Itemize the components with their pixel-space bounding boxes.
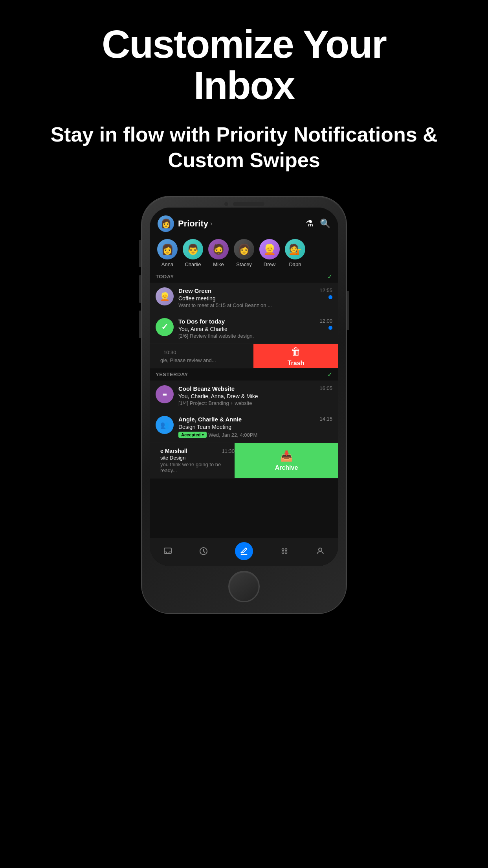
- avatar-daph: 💁: [285, 239, 305, 259]
- nav-compose[interactable]: [235, 542, 253, 560]
- email-content-todos: To Dos for today You, Anna & Charlie [2/…: [178, 318, 316, 339]
- page-title-line2: Inbox: [162, 65, 326, 106]
- email-sender-todos: To Dos for today: [178, 318, 225, 325]
- avatar-drew: 👱: [259, 239, 280, 259]
- header-avatar-face: 👩: [161, 219, 171, 229]
- email-unread-dot-drew: [328, 295, 332, 299]
- badge-chevron-icon: ▾: [202, 433, 204, 437]
- section-today: TODAY ✓: [150, 270, 338, 283]
- archive-icon: 📥: [280, 450, 293, 462]
- email-swiped-archive[interactable]: e Marshall 11:30 site Design you think w…: [150, 443, 338, 478]
- avatar-name-drew: Drew: [264, 261, 275, 267]
- email-swiped-preview: gie, Please review and...: [160, 357, 253, 363]
- header-icons: ⚗ 🔍: [306, 219, 330, 229]
- archive-action-panel: 📥 Archive: [235, 443, 338, 478]
- email-meta-drew: 12:55: [316, 287, 332, 299]
- svg-point-3: [285, 549, 287, 551]
- email-drew-green[interactable]: 👱 Drew Green Coffee meeting Want to meet…: [150, 283, 338, 313]
- avatar-item-anna[interactable]: 👩 Anna: [156, 239, 179, 267]
- svg-point-5: [285, 552, 287, 554]
- avatar-stacey: 👩: [234, 239, 254, 259]
- section-today-label: TODAY: [156, 274, 174, 280]
- email-sender-drew: Drew Green: [178, 287, 211, 294]
- email-sender-angie: Angie, Charlie & Annie: [178, 416, 242, 423]
- nav-apps[interactable]: [280, 546, 289, 556]
- nav-contacts[interactable]: [316, 546, 325, 556]
- compose-icon: [240, 547, 248, 555]
- section-yesterday: YESTERDAY ✓: [150, 368, 338, 381]
- compose-button[interactable]: [235, 542, 253, 560]
- email-subject-drew: Coffee meeting: [178, 295, 316, 302]
- email-cool-beanz[interactable]: ≡ Cool Beanz Website You, Charlie, Anna,…: [150, 381, 338, 411]
- page-subtitle: Stay in flow with Priority Notifications…: [0, 122, 488, 173]
- email-time-coolbeanz: 16:05: [319, 385, 332, 391]
- email-archive-time: 11:30: [222, 448, 235, 454]
- email-content-angie: Angie, Charlie & Annie Design Team Meeti…: [178, 416, 316, 438]
- nav-schedule[interactable]: [199, 546, 208, 556]
- trash-label: Trash: [288, 360, 305, 367]
- avatar-mike: 🧔: [208, 239, 229, 259]
- trash-icon: 🗑: [291, 346, 301, 358]
- trash-action-panel: 🗑 Trash: [253, 344, 338, 368]
- chevron-icon: ›: [210, 220, 212, 227]
- clock-icon: [199, 546, 208, 556]
- email-swiped-trash[interactable]: 10:30 gie, Please review and... 🗑 Trash: [150, 344, 338, 368]
- avatar-item-stacey[interactable]: 👩 Stacey: [232, 239, 256, 267]
- avatar-name-daph: Daph: [289, 261, 301, 267]
- email-archive-partial: e Marshall 11:30 site Design you think w…: [150, 443, 235, 478]
- avatar-charlie: 👨: [183, 239, 203, 259]
- section-yesterday-check: ✓: [327, 371, 332, 378]
- email-subject-todos: You, Anna & Charlie: [178, 326, 316, 332]
- svg-point-2: [282, 549, 284, 551]
- email-preview-todos: [2/6] Review final website design.: [178, 333, 316, 339]
- avatar-item-daph[interactable]: 💁 Daph: [283, 239, 307, 267]
- email-preview-coolbeanz: [1/4] Project: Branding + website: [178, 400, 316, 406]
- svg-rect-0: [164, 548, 171, 554]
- event-date: Wed, Jan 22, 4:00PM: [209, 432, 258, 438]
- bottom-nav: [150, 538, 338, 566]
- email-archive-preview: you think we're going to be ready...: [160, 462, 235, 473]
- svg-point-6: [319, 548, 322, 551]
- speaker-bar: [233, 202, 264, 206]
- email-sender-coolbeanz: Cool Beanz Website: [178, 385, 235, 392]
- section-today-check: ✓: [327, 273, 332, 280]
- email-partial-content: 10:30 gie, Please review and...: [150, 344, 253, 368]
- header-avatar: 👩: [158, 215, 174, 232]
- app-header: 👩 Priority › ⚗ 🔍: [150, 208, 338, 236]
- avatar-name-charlie: Charlie: [185, 261, 201, 267]
- home-button[interactable]: [228, 571, 260, 602]
- email-todos[interactable]: ✓ To Dos for today You, Anna & Charlie […: [150, 313, 338, 344]
- email-avatar-coolbeanz: ≡: [156, 385, 174, 403]
- contacts-icon: [316, 546, 325, 556]
- avatar-name-stacey: Stacey: [236, 261, 252, 267]
- email-avatar-angie: 👥: [156, 416, 174, 434]
- email-time-drew: 12:55: [319, 287, 332, 293]
- email-subject-angie: Design Team Meeting: [178, 424, 316, 430]
- email-angie-charlie[interactable]: 👥 Angie, Charlie & Annie Design Team Mee…: [150, 411, 338, 443]
- filter-icon[interactable]: ⚗: [306, 219, 314, 229]
- email-time-angie: 14:15: [319, 416, 332, 422]
- avatar-item-mike[interactable]: 🧔 Mike: [207, 239, 230, 267]
- search-icon[interactable]: 🔍: [320, 219, 330, 229]
- email-archive-sender: e Marshall: [160, 448, 187, 454]
- email-swiped-time: 10:30: [163, 349, 176, 355]
- inbox-icon: [163, 546, 172, 556]
- avatar-item-drew[interactable]: 👱 Drew: [258, 239, 281, 267]
- archive-label: Archive: [275, 464, 298, 471]
- email-subject-coolbeanz: You, Charlie, Anna, Drew & Mike: [178, 393, 316, 399]
- email-swiped-content: 10:30 gie, Please review and...: [160, 349, 253, 363]
- accepted-badge: Accepted ▾: [178, 432, 207, 438]
- header-title: Priority: [178, 219, 208, 229]
- phone-mockup: 👩 Priority › ⚗ 🔍 👩 Anna: [142, 197, 346, 613]
- email-content-drew: Drew Green Coffee meeting Want to meet a…: [178, 287, 316, 308]
- email-preview-drew: Want to meet at 5:15 at Cool Beanz on ..…: [178, 302, 316, 308]
- badge-text: Accepted: [181, 432, 201, 437]
- apps-icon: [280, 546, 289, 556]
- nav-inbox[interactable]: [163, 546, 172, 556]
- email-unread-dot-todos: [328, 326, 332, 330]
- phone-screen: 👩 Priority › ⚗ 🔍 👩 Anna: [150, 208, 338, 566]
- camera-dot: [224, 201, 229, 207]
- email-meta-coolbeanz: 16:05: [316, 385, 332, 391]
- email-archive-subject: site Design: [160, 455, 235, 461]
- avatar-item-charlie[interactable]: 👨 Charlie: [181, 239, 205, 267]
